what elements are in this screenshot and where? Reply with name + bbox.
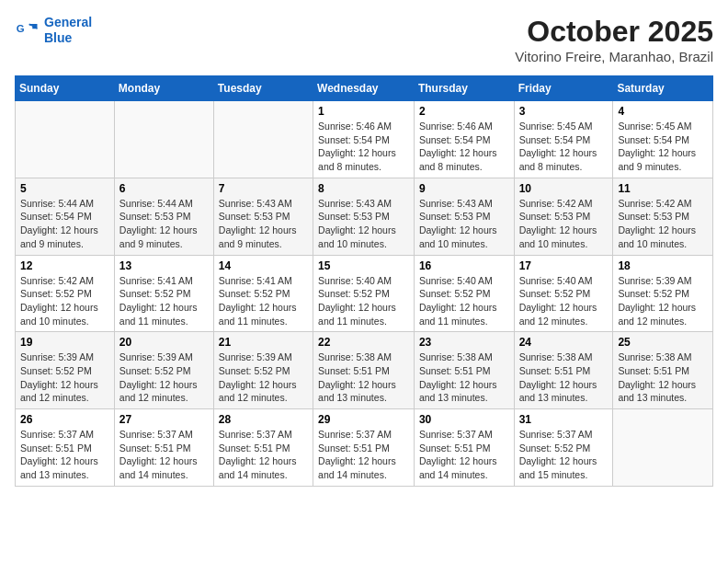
calendar-cell: [114, 101, 213, 178]
day-number: 16: [419, 259, 509, 272]
calendar-cell: 22Sunrise: 5:38 AM Sunset: 5:51 PM Dayli…: [313, 332, 415, 409]
day-number: 14: [219, 259, 308, 272]
day-number: 29: [318, 413, 409, 426]
cell-info: Sunrise: 5:41 AM Sunset: 5:52 PM Dayligh…: [119, 274, 209, 328]
cell-info: Sunrise: 5:38 AM Sunset: 5:51 PM Dayligh…: [618, 350, 708, 405]
cell-info: Sunrise: 5:37 AM Sunset: 5:51 PM Dayligh…: [219, 428, 308, 482]
day-number: 8: [318, 182, 409, 195]
cell-info: Sunrise: 5:40 AM Sunset: 5:52 PM Dayligh…: [419, 274, 509, 328]
cell-info: Sunrise: 5:37 AM Sunset: 5:51 PM Dayligh…: [419, 428, 509, 482]
day-number: 4: [618, 105, 708, 118]
calendar-cell: 27Sunrise: 5:37 AM Sunset: 5:51 PM Dayli…: [114, 409, 213, 487]
day-number: 31: [519, 413, 609, 426]
cell-info: Sunrise: 5:45 AM Sunset: 5:54 PM Dayligh…: [519, 120, 609, 174]
calendar-cell: 9Sunrise: 5:43 AM Sunset: 5:53 PM Daylig…: [414, 178, 514, 255]
calendar-cell: 25Sunrise: 5:38 AM Sunset: 5:51 PM Dayli…: [613, 332, 713, 409]
month-title: October 2025: [515, 15, 713, 49]
cell-info: Sunrise: 5:45 AM Sunset: 5:54 PM Dayligh…: [618, 120, 708, 174]
day-number: 23: [419, 336, 509, 349]
cell-info: Sunrise: 5:46 AM Sunset: 5:54 PM Dayligh…: [419, 120, 509, 174]
calendar-cell: 6Sunrise: 5:44 AM Sunset: 5:53 PM Daylig…: [114, 178, 213, 255]
cell-info: Sunrise: 5:37 AM Sunset: 5:51 PM Dayligh…: [119, 428, 209, 482]
calendar-cell: 3Sunrise: 5:45 AM Sunset: 5:54 PM Daylig…: [514, 101, 613, 178]
cell-info: Sunrise: 5:44 AM Sunset: 5:53 PM Dayligh…: [119, 197, 209, 251]
cell-info: Sunrise: 5:39 AM Sunset: 5:52 PM Dayligh…: [618, 274, 708, 328]
day-number: 26: [20, 413, 109, 426]
cell-info: Sunrise: 5:37 AM Sunset: 5:52 PM Dayligh…: [519, 428, 609, 482]
day-number: 12: [20, 259, 109, 272]
calendar-cell: 18Sunrise: 5:39 AM Sunset: 5:52 PM Dayli…: [613, 255, 713, 332]
calendar-cell: 29Sunrise: 5:37 AM Sunset: 5:51 PM Dayli…: [313, 409, 415, 487]
day-header-thursday: Thursday: [414, 76, 514, 101]
cell-info: Sunrise: 5:42 AM Sunset: 5:53 PM Dayligh…: [519, 197, 609, 251]
cell-info: Sunrise: 5:42 AM Sunset: 5:52 PM Dayligh…: [20, 274, 109, 328]
cell-info: Sunrise: 5:39 AM Sunset: 5:52 PM Dayligh…: [219, 350, 308, 405]
day-number: 22: [318, 336, 409, 349]
day-number: 9: [419, 182, 509, 195]
day-number: 6: [119, 182, 209, 195]
calendar-cell: 31Sunrise: 5:37 AM Sunset: 5:52 PM Dayli…: [514, 409, 613, 487]
calendar-cell: 19Sunrise: 5:39 AM Sunset: 5:52 PM Dayli…: [16, 332, 115, 409]
calendar-week-2: 5Sunrise: 5:44 AM Sunset: 5:54 PM Daylig…: [16, 178, 713, 255]
page-header: G General Blue October 2025 Vitorino Fre…: [15, 15, 713, 64]
day-number: 11: [618, 182, 708, 195]
calendar-cell: 4Sunrise: 5:45 AM Sunset: 5:54 PM Daylig…: [613, 101, 713, 178]
day-header-sunday: Sunday: [16, 76, 115, 101]
calendar-cell: [16, 101, 115, 178]
day-number: 3: [519, 105, 609, 118]
day-number: 17: [519, 259, 609, 272]
day-number: 7: [219, 182, 308, 195]
logo-icon: G: [15, 17, 40, 43]
cell-info: Sunrise: 5:43 AM Sunset: 5:53 PM Dayligh…: [419, 197, 509, 251]
cell-info: Sunrise: 5:40 AM Sunset: 5:52 PM Dayligh…: [519, 274, 609, 328]
cell-info: Sunrise: 5:39 AM Sunset: 5:52 PM Dayligh…: [119, 350, 209, 405]
cell-info: Sunrise: 5:38 AM Sunset: 5:51 PM Dayligh…: [519, 350, 609, 405]
calendar-cell: 28Sunrise: 5:37 AM Sunset: 5:51 PM Dayli…: [213, 409, 313, 487]
calendar-cell: 16Sunrise: 5:40 AM Sunset: 5:52 PM Dayli…: [414, 255, 514, 332]
calendar-table: SundayMondayTuesdayWednesdayThursdayFrid…: [15, 75, 713, 487]
calendar-week-1: 1Sunrise: 5:46 AM Sunset: 5:54 PM Daylig…: [16, 101, 713, 178]
day-header-wednesday: Wednesday: [313, 76, 415, 101]
logo-line1: General: [44, 15, 92, 29]
title-block: October 2025 Vitorino Freire, Maranhao, …: [515, 15, 713, 64]
calendar-week-4: 19Sunrise: 5:39 AM Sunset: 5:52 PM Dayli…: [16, 332, 713, 409]
day-number: 13: [119, 259, 209, 272]
calendar-week-3: 12Sunrise: 5:42 AM Sunset: 5:52 PM Dayli…: [16, 255, 713, 332]
day-number: 27: [119, 413, 209, 426]
logo: G General Blue: [15, 15, 92, 46]
day-number: 19: [20, 336, 109, 349]
location: Vitorino Freire, Maranhao, Brazil: [515, 49, 713, 64]
day-header-monday: Monday: [114, 76, 213, 101]
cell-info: Sunrise: 5:38 AM Sunset: 5:51 PM Dayligh…: [419, 350, 509, 405]
day-number: 20: [119, 336, 209, 349]
calendar-cell: 10Sunrise: 5:42 AM Sunset: 5:53 PM Dayli…: [514, 178, 613, 255]
cell-info: Sunrise: 5:43 AM Sunset: 5:53 PM Dayligh…: [318, 197, 409, 251]
cell-info: Sunrise: 5:40 AM Sunset: 5:52 PM Dayligh…: [318, 274, 409, 328]
day-number: 28: [219, 413, 308, 426]
calendar-cell: 23Sunrise: 5:38 AM Sunset: 5:51 PM Dayli…: [414, 332, 514, 409]
day-header-saturday: Saturday: [613, 76, 713, 101]
calendar-cell: 21Sunrise: 5:39 AM Sunset: 5:52 PM Dayli…: [213, 332, 313, 409]
calendar-cell: 1Sunrise: 5:46 AM Sunset: 5:54 PM Daylig…: [313, 101, 415, 178]
day-number: 18: [618, 259, 708, 272]
calendar-cell: 8Sunrise: 5:43 AM Sunset: 5:53 PM Daylig…: [313, 178, 415, 255]
day-number: 15: [318, 259, 409, 272]
cell-info: Sunrise: 5:42 AM Sunset: 5:53 PM Dayligh…: [618, 197, 708, 251]
cell-info: Sunrise: 5:38 AM Sunset: 5:51 PM Dayligh…: [318, 350, 409, 405]
cell-info: Sunrise: 5:43 AM Sunset: 5:53 PM Dayligh…: [219, 197, 308, 251]
cell-info: Sunrise: 5:37 AM Sunset: 5:51 PM Dayligh…: [318, 428, 409, 482]
cell-info: Sunrise: 5:37 AM Sunset: 5:51 PM Dayligh…: [20, 428, 109, 482]
calendar-cell: 12Sunrise: 5:42 AM Sunset: 5:52 PM Dayli…: [16, 255, 115, 332]
day-number: 2: [419, 105, 509, 118]
calendar-cell: 14Sunrise: 5:41 AM Sunset: 5:52 PM Dayli…: [213, 255, 313, 332]
logo-line2: Blue: [44, 30, 72, 45]
calendar-cell: 24Sunrise: 5:38 AM Sunset: 5:51 PM Dayli…: [514, 332, 613, 409]
day-number: 5: [20, 182, 109, 195]
calendar-cell: 15Sunrise: 5:40 AM Sunset: 5:52 PM Dayli…: [313, 255, 415, 332]
calendar-header-row: SundayMondayTuesdayWednesdayThursdayFrid…: [16, 76, 713, 101]
calendar-cell: 2Sunrise: 5:46 AM Sunset: 5:54 PM Daylig…: [414, 101, 514, 178]
day-number: 21: [219, 336, 308, 349]
calendar-cell: 30Sunrise: 5:37 AM Sunset: 5:51 PM Dayli…: [414, 409, 514, 487]
day-number: 30: [419, 413, 509, 426]
day-number: 24: [519, 336, 609, 349]
